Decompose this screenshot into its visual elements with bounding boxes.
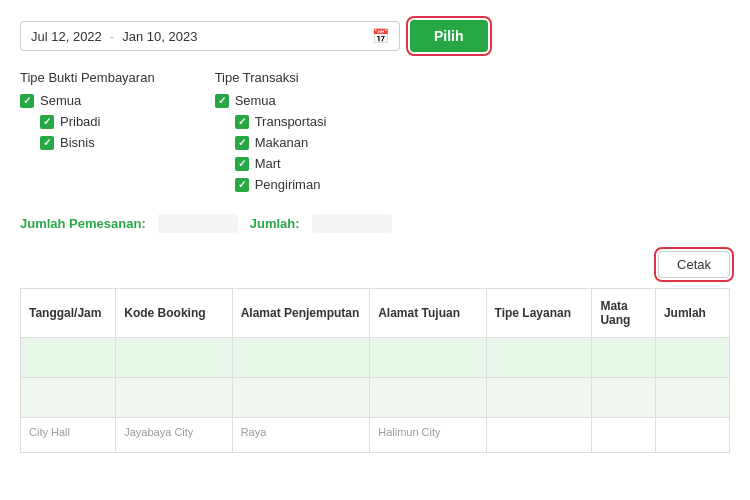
transaction-transportasi-label: Transportasi xyxy=(255,114,327,129)
order-label: Jumlah Pemesanan: xyxy=(20,216,146,231)
cell-date-3: City Hall xyxy=(21,418,116,453)
transaction-mart-checkbox[interactable] xyxy=(235,157,249,171)
transaction-makanan-checkbox[interactable] xyxy=(235,136,249,150)
table-row xyxy=(21,378,730,418)
transaction-filter-group: Tipe Transaksi Semua Transportasi Makana… xyxy=(215,70,327,192)
date-separator: - xyxy=(110,29,114,44)
payment-pribadi-checkbox[interactable] xyxy=(40,115,54,129)
cell-amount-1 xyxy=(655,338,729,378)
transaction-filter-pengiriman[interactable]: Pengiriman xyxy=(235,177,327,192)
calendar-icon: 📅 xyxy=(372,28,389,44)
cell-dest-2 xyxy=(370,378,486,418)
cell-service-1 xyxy=(486,338,592,378)
table-header-row: Tanggal/Jam Kode Booking Alamat Penjempu… xyxy=(21,289,730,338)
transaction-filter-title: Tipe Transaksi xyxy=(215,70,327,85)
cell-pickup-2 xyxy=(232,378,370,418)
cell-date-2 xyxy=(21,378,116,418)
transaction-filter-transportasi[interactable]: Transportasi xyxy=(235,114,327,129)
cell-booking-3: Jayabaya City xyxy=(116,418,232,453)
cell-dest-1 xyxy=(370,338,486,378)
data-table: Tanggal/Jam Kode Booking Alamat Penjempu… xyxy=(20,288,730,453)
transaction-semua-checkbox[interactable] xyxy=(215,94,229,108)
col-header-amount: Jumlah xyxy=(655,289,729,338)
payment-filter-title: Tipe Bukti Pembayaran xyxy=(20,70,155,85)
payment-semua-label: Semua xyxy=(40,93,81,108)
start-date: Jul 12, 2022 xyxy=(31,29,102,44)
col-header-booking: Kode Booking xyxy=(116,289,232,338)
transaction-semua-label: Semua xyxy=(235,93,276,108)
payment-filter-pribadi[interactable]: Pribadi xyxy=(40,114,155,129)
payment-filter-semua[interactable]: Semua xyxy=(20,93,155,108)
payment-filter-bisnis[interactable]: Bisnis xyxy=(40,135,155,150)
transaction-filter-mart[interactable]: Mart xyxy=(235,156,327,171)
cell-pickup-3: Raya xyxy=(232,418,370,453)
transaction-filter-semua[interactable]: Semua xyxy=(215,93,327,108)
transaction-makanan-label: Makanan xyxy=(255,135,308,150)
cell-booking-2 xyxy=(116,378,232,418)
cell-currency-2 xyxy=(592,378,655,418)
transaction-filter-makanan[interactable]: Makanan xyxy=(235,135,327,150)
table-row: City Hall Jayabaya City Raya Halimun Cit… xyxy=(21,418,730,453)
summary-row: Jumlah Pemesanan: Jumlah: xyxy=(20,210,730,237)
pilih-button[interactable]: Pilih xyxy=(410,20,488,52)
filters-row: Tipe Bukti Pembayaran Semua Pribadi Bisn… xyxy=(20,70,730,192)
transaction-pengiriman-checkbox[interactable] xyxy=(235,178,249,192)
date-range-row: Jul 12, 2022 - Jan 10, 2023 📅 Pilih xyxy=(20,20,730,52)
transaction-pengiriman-label: Pengiriman xyxy=(255,177,321,192)
col-header-date: Tanggal/Jam xyxy=(21,289,116,338)
cell-amount-3 xyxy=(655,418,729,453)
col-header-dest: Alamat Tujuan xyxy=(370,289,486,338)
cell-service-3 xyxy=(486,418,592,453)
amount-label: Jumlah: xyxy=(250,216,300,231)
payment-bisnis-checkbox[interactable] xyxy=(40,136,54,150)
transaction-mart-label: Mart xyxy=(255,156,281,171)
payment-pribadi-label: Pribadi xyxy=(60,114,100,129)
table-row xyxy=(21,338,730,378)
cell-service-2 xyxy=(486,378,592,418)
cell-dest-3: Halimun City xyxy=(370,418,486,453)
cell-currency-1 xyxy=(592,338,655,378)
cell-pickup-1 xyxy=(232,338,370,378)
col-header-currency: Mata Uang xyxy=(592,289,655,338)
col-header-pickup: Alamat Penjemputan xyxy=(232,289,370,338)
cell-booking-1 xyxy=(116,338,232,378)
cetak-button[interactable]: Cetak xyxy=(658,251,730,278)
payment-semua-checkbox[interactable] xyxy=(20,94,34,108)
cell-amount-2 xyxy=(655,378,729,418)
cetak-row: Cetak xyxy=(20,251,730,278)
payment-filter-group: Tipe Bukti Pembayaran Semua Pribadi Bisn… xyxy=(20,70,155,192)
cell-currency-3 xyxy=(592,418,655,453)
date-range-input[interactable]: Jul 12, 2022 - Jan 10, 2023 📅 xyxy=(20,21,400,51)
col-header-service: Tipe Layanan xyxy=(486,289,592,338)
payment-bisnis-label: Bisnis xyxy=(60,135,95,150)
order-value xyxy=(158,214,238,233)
end-date: Jan 10, 2023 xyxy=(122,29,197,44)
amount-value xyxy=(312,214,392,233)
cell-date-1 xyxy=(21,338,116,378)
transaction-transportasi-checkbox[interactable] xyxy=(235,115,249,129)
